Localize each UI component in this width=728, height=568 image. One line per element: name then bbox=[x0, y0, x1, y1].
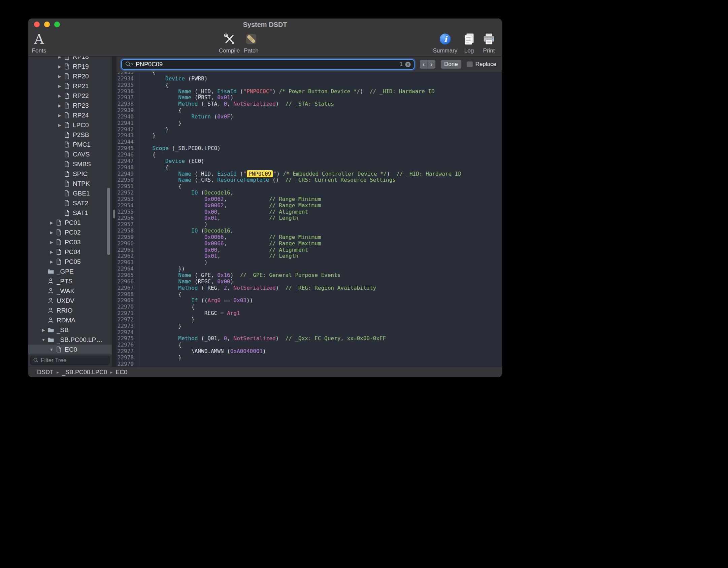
tree-item-RP20[interactable]: ▶RP20 bbox=[28, 71, 112, 81]
breadcrumb-segment[interactable]: DSDT bbox=[37, 369, 54, 376]
tree-item-UXDV[interactable]: UXDV bbox=[28, 296, 112, 306]
code-line: 22969 If ((Arg0 == 0x03)) bbox=[117, 297, 502, 304]
doc-icon bbox=[63, 102, 70, 109]
search-menu-icon[interactable] bbox=[125, 61, 134, 68]
zoom-button[interactable] bbox=[54, 22, 60, 27]
disclosure-right-icon[interactable]: ▶ bbox=[48, 250, 55, 254]
tree-item-SAT2[interactable]: SAT2 bbox=[28, 198, 112, 208]
split-divider[interactable] bbox=[112, 57, 117, 367]
tree-item-PC03[interactable]: ▶PC03 bbox=[28, 237, 112, 247]
filter-field[interactable] bbox=[30, 356, 110, 365]
disclosure-right-icon[interactable]: ▶ bbox=[56, 94, 63, 98]
patch-button[interactable]: Patch bbox=[241, 31, 261, 54]
sidebar-scrollbar[interactable] bbox=[107, 188, 110, 255]
fonts-button[interactable]: A Fonts bbox=[28, 31, 50, 54]
breadcrumb-segment[interactable]: EC0 bbox=[115, 369, 127, 376]
tree-item-LPC0[interactable]: ▶LPC0 bbox=[28, 120, 112, 130]
tree-item-_SB[interactable]: ▶_SB bbox=[28, 325, 112, 335]
code-line: 22949 Name (_HID, EisaId ("PNP0C09") /* … bbox=[117, 171, 502, 177]
disclosure-right-icon[interactable]: ▶ bbox=[40, 328, 47, 332]
code-text: Device (EC0) bbox=[136, 158, 204, 165]
line-number: 22937 bbox=[117, 95, 136, 101]
disclosure-right-icon[interactable]: ▶ bbox=[56, 113, 63, 118]
find-previous-button[interactable]: ‹ bbox=[420, 60, 428, 69]
tree-item-_PTS[interactable]: _PTS bbox=[28, 276, 112, 286]
tree-item-_WAK[interactable]: _WAK bbox=[28, 286, 112, 296]
tree-item-CAVS[interactable]: CAVS bbox=[28, 149, 112, 159]
find-field[interactable]: 1 bbox=[121, 59, 415, 70]
code-text: } bbox=[136, 317, 195, 323]
tree-item-PC05[interactable]: ▶PC05 bbox=[28, 257, 112, 267]
fonts-icon: A bbox=[34, 31, 44, 47]
tree-item-RP24[interactable]: ▶RP24 bbox=[28, 110, 112, 120]
disclosure-right-icon[interactable]: ▶ bbox=[48, 259, 55, 264]
tree-item-PMC1[interactable]: PMC1 bbox=[28, 140, 112, 149]
disclosure-right-icon[interactable]: ▶ bbox=[56, 123, 63, 128]
line-number: 22965 bbox=[117, 272, 136, 279]
patch-icon bbox=[244, 31, 258, 47]
breadcrumb-segment[interactable]: _SB.PC00.LPC0 bbox=[62, 369, 107, 376]
summary-button[interactable]: i Summary bbox=[432, 31, 459, 54]
traffic-lights bbox=[34, 22, 60, 27]
tree-item-NTPK[interactable]: NTPK bbox=[28, 179, 112, 188]
filter-search-icon bbox=[33, 357, 39, 363]
titlebar[interactable]: System DSDT bbox=[28, 19, 502, 30]
line-number: 22953 bbox=[117, 196, 136, 203]
split-handle[interactable] bbox=[113, 210, 115, 218]
code-area[interactable]: 22933 {22934 Device (PWRB)22935 {22936 N… bbox=[117, 72, 502, 367]
code-line: 22965 Name (_GPE, 0x16) // _GPE: General… bbox=[117, 272, 502, 279]
find-input[interactable] bbox=[136, 61, 398, 68]
filter-input[interactable] bbox=[41, 357, 107, 364]
code-text: 0x0062, // Range Minimum bbox=[136, 196, 321, 203]
tree-item-_GPE[interactable]: _GPE bbox=[28, 267, 112, 276]
tree-item-RDMA[interactable]: RDMA bbox=[28, 315, 112, 325]
log-icon bbox=[462, 31, 476, 47]
code-line: 22973 } bbox=[117, 323, 502, 329]
compile-button[interactable]: Compile bbox=[218, 31, 240, 54]
close-button[interactable] bbox=[34, 22, 40, 27]
tree-item-RRIO[interactable]: RRIO bbox=[28, 306, 112, 315]
code-text: If ((Arg0 == 0x03)) bbox=[136, 297, 253, 304]
tree-item-RP19[interactable]: ▶RP19 bbox=[28, 62, 112, 71]
print-button[interactable]: Print bbox=[479, 31, 499, 54]
tree-item-EC0[interactable]: ▼EC0 bbox=[28, 345, 112, 354]
tree-item-RP21[interactable]: ▶RP21 bbox=[28, 81, 112, 91]
tree-item-RP22[interactable]: ▶RP22 bbox=[28, 91, 112, 101]
replace-checkbox[interactable] bbox=[467, 61, 473, 67]
clear-search-icon[interactable] bbox=[405, 61, 411, 68]
disclosure-down-icon[interactable]: ▼ bbox=[48, 347, 55, 352]
breadcrumb: DSDT▸_SB.PC00.LPC0▸EC0 bbox=[37, 369, 127, 376]
tree-item-PC02[interactable]: ▶PC02 bbox=[28, 227, 112, 237]
disclosure-right-icon[interactable]: ▶ bbox=[48, 240, 55, 245]
log-button[interactable]: Log bbox=[460, 31, 478, 54]
line-number: 22935 bbox=[117, 82, 136, 88]
tree-item-SPIC[interactable]: SPIC bbox=[28, 169, 112, 179]
tree-item-GBE1[interactable]: GBE1 bbox=[28, 188, 112, 198]
tree-item-SAT1[interactable]: SAT1 bbox=[28, 208, 112, 218]
disclosure-right-icon[interactable]: ▶ bbox=[56, 57, 63, 59]
disclosure-right-icon[interactable]: ▶ bbox=[56, 64, 63, 69]
disclosure-right-icon[interactable]: ▶ bbox=[56, 103, 63, 108]
disclosure-right-icon[interactable]: ▶ bbox=[48, 220, 55, 225]
doc-icon bbox=[63, 180, 70, 187]
tree-item-RP18[interactable]: ▶RP18 bbox=[28, 57, 112, 62]
disclosure-right-icon[interactable]: ▶ bbox=[48, 230, 55, 235]
tree-item-_SB.PC00.LP…[interactable]: ▼_SB.PC00.LP… bbox=[28, 335, 112, 345]
tree-item-RP23[interactable]: ▶RP23 bbox=[28, 101, 112, 110]
disclosure-right-icon[interactable]: ▶ bbox=[56, 84, 63, 88]
find-next-button[interactable]: › bbox=[428, 60, 435, 69]
code-text: Method (_STA, 0, NotSerialized) // _STA:… bbox=[136, 101, 334, 107]
disclosure-right-icon[interactable]: ▶ bbox=[56, 74, 63, 79]
disclosure-down-icon[interactable]: ▼ bbox=[40, 338, 47, 342]
tree-item-PC04[interactable]: ▶PC04 bbox=[28, 247, 112, 257]
done-button[interactable]: Done bbox=[441, 60, 461, 69]
code-text: 0x0062, // Range Maximum bbox=[136, 203, 321, 209]
minimize-button[interactable] bbox=[44, 22, 50, 27]
tree-item-SMBS[interactable]: SMBS bbox=[28, 159, 112, 169]
doc-icon bbox=[63, 63, 70, 70]
tree-item-PC01[interactable]: ▶PC01 bbox=[28, 218, 112, 227]
line-number: 22943 bbox=[117, 133, 136, 139]
tree-item-label: RDMA bbox=[57, 317, 75, 324]
doc-icon bbox=[63, 82, 70, 90]
tree-item-P2SB[interactable]: P2SB bbox=[28, 130, 112, 140]
